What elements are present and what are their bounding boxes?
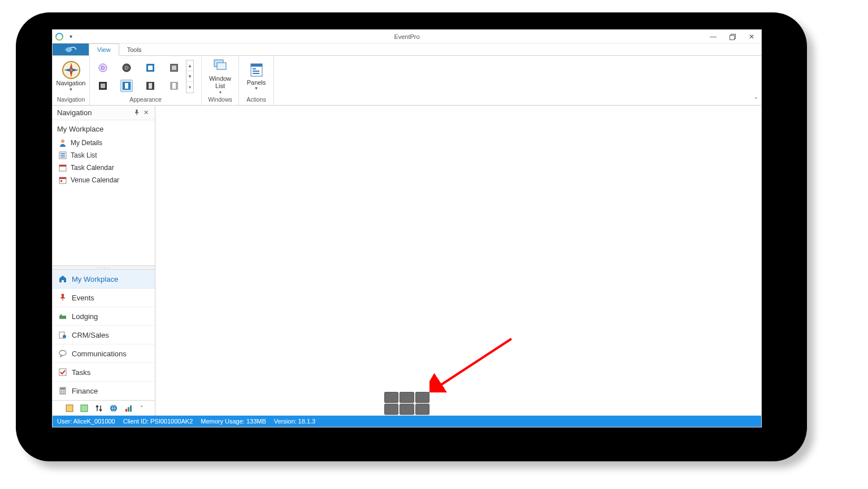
module-lodging[interactable]: Lodging xyxy=(53,307,155,326)
svg-point-45 xyxy=(61,391,62,392)
navigation-tree: My Details Task List Task Calendar Venue… xyxy=(53,137,155,190)
window-minimize-button[interactable]: — xyxy=(704,30,723,43)
svg-rect-35 xyxy=(60,180,62,182)
svg-rect-25 xyxy=(251,64,262,67)
gallery-scroll-up[interactable]: ▲ xyxy=(186,60,193,71)
module-label: My Workplace xyxy=(72,275,118,283)
skin-gallery-scroll[interactable]: ▲ ▼ ▾ xyxy=(186,60,194,93)
svg-rect-19 xyxy=(149,83,152,89)
tile-cell[interactable] xyxy=(384,404,398,414)
tree-item-label: Task List xyxy=(71,151,97,159)
window-title: EventPro xyxy=(394,33,419,40)
panel-splitter[interactable]: ······ xyxy=(53,265,155,270)
svg-rect-23 xyxy=(217,63,226,69)
svg-rect-27 xyxy=(253,71,259,72)
svg-text:D: D xyxy=(101,65,105,71)
bottom-expand-chevron[interactable]: ˅ xyxy=(140,405,144,412)
module-communications[interactable]: Communications xyxy=(53,344,155,363)
tile-cell[interactable] xyxy=(384,392,398,403)
svg-point-47 xyxy=(61,392,62,394)
skin-option-5[interactable] xyxy=(97,80,109,92)
person-icon xyxy=(58,138,67,147)
skin-option-1[interactable]: D xyxy=(97,62,109,74)
crm-icon xyxy=(58,330,67,339)
bottom-icon-3[interactable] xyxy=(94,403,104,413)
svg-rect-15 xyxy=(101,84,105,88)
module-label: Finance xyxy=(72,387,98,395)
module-tasks[interactable]: Tasks xyxy=(53,363,155,382)
tile-cell[interactable] xyxy=(400,392,414,403)
tile-selector-widget[interactable] xyxy=(384,392,429,414)
calendar-icon xyxy=(58,163,67,172)
ribbon-collapse-button[interactable]: ˄ xyxy=(754,97,758,104)
tree-item-label: Task Calendar xyxy=(71,164,114,172)
pin-icon xyxy=(58,293,67,302)
window-list-label: Window List xyxy=(209,75,231,89)
svg-point-29 xyxy=(61,139,64,143)
panels-label: Panels xyxy=(247,79,266,86)
window-list-button[interactable]: Window List ▾ xyxy=(205,58,235,94)
svg-rect-52 xyxy=(125,409,127,412)
tree-item-task-list[interactable]: Task List xyxy=(53,149,155,161)
skin-option-7[interactable] xyxy=(144,80,157,92)
ribbon-group-label: Actions xyxy=(242,96,270,105)
skin-option-4[interactable] xyxy=(168,62,180,74)
tile-cell[interactable] xyxy=(400,404,414,414)
module-label: Tasks xyxy=(72,368,90,377)
svg-rect-11 xyxy=(148,66,153,70)
calc-icon xyxy=(58,386,67,395)
status-memory: Memory Usage: 133MB xyxy=(201,418,266,425)
tree-item-my-details[interactable]: My Details xyxy=(53,137,155,149)
ribbon-tabstrip: View Tools xyxy=(53,43,761,56)
bottom-icon-4[interactable] xyxy=(108,403,119,413)
svg-rect-21 xyxy=(172,83,176,89)
module-label: Lodging xyxy=(72,312,98,321)
svg-rect-53 xyxy=(128,407,129,412)
chevron-down-icon: ▾ xyxy=(219,90,222,95)
svg-rect-54 xyxy=(130,405,132,412)
ribbon-group-label: Navigation xyxy=(56,96,86,105)
ribbon-group-label: Windows xyxy=(205,96,235,105)
svg-rect-42 xyxy=(59,369,66,376)
bottom-icon-5[interactable] xyxy=(123,403,133,413)
tile-cell[interactable] xyxy=(415,404,429,414)
bottom-icon-2[interactable] xyxy=(79,403,89,413)
module-events[interactable]: Events xyxy=(53,289,155,307)
pin-icon xyxy=(134,110,140,115)
svg-text:D: D xyxy=(125,65,129,71)
tree-item-task-calendar[interactable]: Task Calendar xyxy=(53,161,155,174)
window-close-button[interactable]: ✕ xyxy=(742,30,761,43)
navigation-button[interactable]: Navigation ▼ xyxy=(56,60,86,93)
chevron-down-icon: ▼ xyxy=(69,87,73,93)
panel-pin-button[interactable] xyxy=(132,110,141,116)
module-my-workplace[interactable]: My Workplace xyxy=(53,270,155,289)
navigation-modules: My Workplace Events Lodging CRM/Sales Co… xyxy=(53,270,155,400)
panels-button[interactable]: Panels ▼ xyxy=(242,62,270,91)
skin-option-2[interactable]: D xyxy=(120,62,133,74)
skin-option-6[interactable] xyxy=(120,80,133,92)
qat-customize-dropdown[interactable]: ▾ xyxy=(67,33,75,40)
app-icon xyxy=(55,32,64,41)
bottom-icon-1[interactable] xyxy=(64,403,75,413)
app-window: ▾ EventPro — ✕ View Tools xyxy=(52,29,762,427)
bed-icon xyxy=(58,312,67,321)
calendar-icon xyxy=(58,176,67,185)
module-finance[interactable]: Finance xyxy=(53,382,155,400)
svg-point-40 xyxy=(63,335,66,338)
gallery-scroll-down[interactable]: ▼ xyxy=(186,71,193,82)
panel-close-button[interactable]: ✕ xyxy=(141,109,150,116)
gallery-expand[interactable]: ▾ xyxy=(186,82,193,93)
tab-tools[interactable]: Tools xyxy=(119,43,150,55)
tab-view[interactable]: View xyxy=(89,43,119,56)
skin-option-3[interactable] xyxy=(144,62,157,74)
module-crm-sales[interactable]: CRM/Sales xyxy=(53,326,155,344)
svg-point-48 xyxy=(63,392,64,394)
window-restore-button[interactable] xyxy=(723,30,742,43)
svg-point-46 xyxy=(63,391,64,392)
panels-icon xyxy=(249,62,264,78)
tree-item-venue-calendar[interactable]: Venue Calendar xyxy=(53,174,155,186)
file-tab[interactable] xyxy=(53,43,89,55)
skin-option-8[interactable] xyxy=(168,80,180,92)
navigation-panel-header: Navigation ✕ xyxy=(53,106,155,120)
tile-cell[interactable] xyxy=(415,392,429,403)
